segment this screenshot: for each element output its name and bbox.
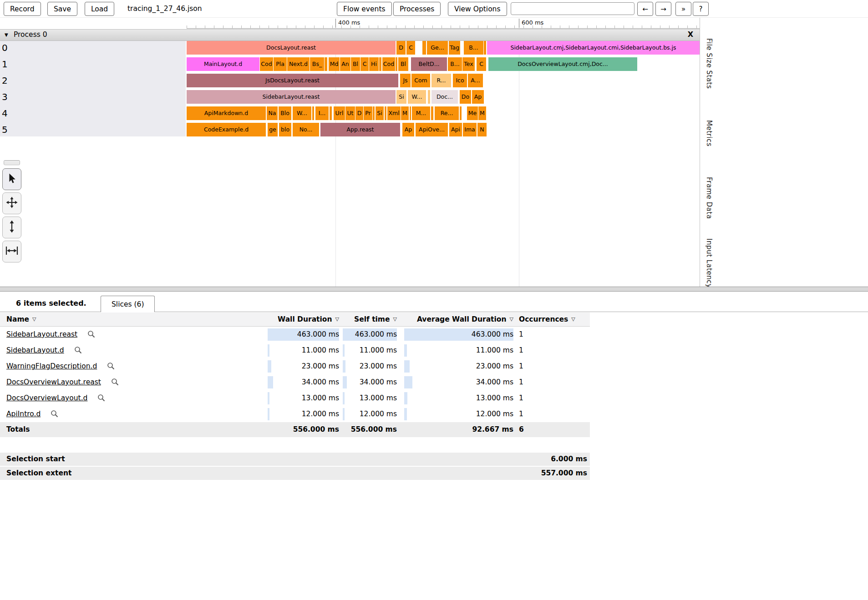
- slice-name-link[interactable]: WarningFlagDescription.d: [6, 362, 97, 370]
- timeline-ruler[interactable]: 400 ms 600 ms: [187, 18, 700, 29]
- flame-slice[interactable]: C: [477, 57, 486, 71]
- slice-name-link[interactable]: SidebarLayout.reast: [6, 330, 77, 338]
- flame-slice[interactable]: W...: [293, 106, 311, 120]
- flame-slice[interactable]: CodeExample.d: [187, 123, 266, 136]
- help-button[interactable]: ?: [693, 2, 709, 16]
- flame-slice[interactable]: Ap: [402, 123, 414, 136]
- magnifier-icon[interactable]: [111, 376, 119, 392]
- flame-slice[interactable]: Tag: [449, 41, 460, 55]
- sort-icon[interactable]: ▽: [32, 316, 36, 322]
- nav-back-button[interactable]: ←: [637, 2, 653, 16]
- flame-slice[interactable]: ApiMarkdown.d: [187, 106, 266, 120]
- flame-slice[interactable]: C: [360, 57, 369, 71]
- flame-slice[interactable]: An: [340, 57, 350, 71]
- tab-slices[interactable]: Slices (6): [101, 296, 155, 312]
- flame-slice[interactable]: BeltD...: [411, 57, 447, 71]
- flame-slice[interactable]: A...: [468, 74, 483, 87]
- flame-slice[interactable]: Me: [467, 106, 478, 120]
- tab-frame-data[interactable]: Frame Data: [701, 177, 713, 219]
- search-input[interactable]: [511, 2, 635, 15]
- magnifier-icon[interactable]: [107, 360, 115, 376]
- flame-slice[interactable]: I...: [315, 106, 329, 120]
- flame-slice[interactable]: Ut: [345, 106, 355, 120]
- flame-slice[interactable]: [460, 106, 462, 120]
- overflow-menu-button[interactable]: »: [675, 2, 691, 16]
- flame-slice[interactable]: blo: [279, 123, 291, 136]
- column-header-average-wall-duration[interactable]: Average Wall Duration▽: [404, 313, 513, 326]
- flame-slice[interactable]: Bl: [398, 57, 408, 71]
- sort-icon[interactable]: ▽: [571, 316, 575, 322]
- flame-slice[interactable]: Ge...: [427, 41, 448, 55]
- flame-slice[interactable]: Bl: [351, 57, 360, 71]
- flame-slice[interactable]: R...: [431, 74, 451, 87]
- flame-slice[interactable]: SidebarLayout.cmj,SidebarLayout.cmi,Side…: [487, 41, 700, 55]
- flame-slice[interactable]: Ico: [453, 74, 467, 87]
- flame-slice[interactable]: ge: [268, 123, 278, 136]
- save-button[interactable]: Save: [47, 2, 77, 16]
- palette-drag-handle[interactable]: [4, 160, 20, 165]
- column-header-occurrences[interactable]: Occurrences▽: [519, 313, 587, 326]
- flame-slice[interactable]: M...: [412, 106, 430, 120]
- flame-slice[interactable]: Blo: [279, 106, 291, 120]
- flame-slice[interactable]: MainLayout.d: [187, 57, 259, 71]
- flame-slice[interactable]: Cod: [260, 57, 273, 71]
- flame-slice[interactable]: [312, 106, 314, 120]
- tab-metrics[interactable]: Metrics: [701, 120, 713, 146]
- flame-slice[interactable]: Na: [267, 106, 278, 120]
- flame-slice[interactable]: [385, 106, 386, 120]
- slice-name-link[interactable]: SidebarLayout.d: [6, 346, 64, 354]
- flame-slice[interactable]: No...: [293, 123, 319, 136]
- column-header-name[interactable]: Name▽: [6, 313, 36, 326]
- record-button[interactable]: Record: [4, 2, 41, 16]
- magnifier-icon[interactable]: [51, 408, 58, 424]
- magnifier-icon[interactable]: [87, 328, 95, 344]
- flame-slice[interactable]: C: [406, 41, 415, 55]
- flame-slice[interactable]: Hi: [369, 57, 379, 71]
- flame-slice[interactable]: [373, 106, 375, 120]
- sort-icon[interactable]: ▽: [510, 316, 513, 322]
- flame-slice[interactable]: [410, 106, 411, 120]
- column-header-self-time[interactable]: Self time▽: [343, 313, 397, 326]
- flame-slice[interactable]: SidebarLayout.reast: [187, 90, 396, 104]
- flame-slice[interactable]: Com: [411, 74, 430, 87]
- zoom-tool-button[interactable]: [2, 217, 21, 238]
- flame-slice[interactable]: Pr: [364, 106, 372, 120]
- flame-slice[interactable]: M: [478, 106, 486, 120]
- flame-slice[interactable]: Doc...: [431, 90, 458, 104]
- flame-slice[interactable]: [428, 90, 430, 104]
- flame-slice[interactable]: Bs_: [310, 57, 324, 71]
- flame-slice[interactable]: M: [401, 106, 409, 120]
- flame-slice[interactable]: Pla: [274, 57, 287, 71]
- pan-tool-button[interactable]: [2, 192, 21, 214]
- collapse-arrow-icon[interactable]: ▼: [5, 32, 8, 37]
- flame-slice[interactable]: DocsLayout.reast: [187, 41, 396, 55]
- flame-slice[interactable]: Url: [334, 106, 345, 120]
- flame-slice[interactable]: [330, 106, 332, 120]
- flame-slice[interactable]: Tex: [462, 57, 475, 71]
- flame-slice[interactable]: [325, 57, 327, 71]
- flame-slice[interactable]: [379, 57, 381, 71]
- nav-forward-button[interactable]: →: [655, 2, 671, 16]
- slice-name-link[interactable]: DocsOverviewLayout.reast: [6, 378, 101, 386]
- view-options-button[interactable]: View Options: [448, 2, 507, 16]
- sort-icon[interactable]: ▽: [393, 316, 397, 322]
- flame-slice[interactable]: [484, 41, 486, 55]
- flame-slice[interactable]: [422, 41, 426, 55]
- flame-slice[interactable]: App.reast: [320, 123, 400, 136]
- flame-slice[interactable]: Xml: [387, 106, 401, 120]
- flame-slice[interactable]: [431, 106, 433, 120]
- close-process-button[interactable]: X: [688, 30, 693, 39]
- flame-slice[interactable]: D: [396, 41, 406, 55]
- column-header-wall-duration[interactable]: Wall Duration▽: [268, 313, 339, 326]
- flame-slice[interactable]: DocsOverviewLayout.cmj,Doc...: [488, 57, 637, 71]
- flame-slice[interactable]: Api: [449, 123, 462, 136]
- flame-slice[interactable]: B...: [448, 57, 462, 71]
- flame-slice[interactable]: B...: [464, 41, 483, 55]
- flame-slice[interactable]: Ima: [463, 123, 477, 136]
- flame-slice[interactable]: Ap: [472, 90, 484, 104]
- flame-slice[interactable]: ApiOve...: [416, 123, 448, 136]
- flame-slice[interactable]: N: [477, 123, 487, 136]
- flame-slice[interactable]: [396, 57, 397, 71]
- tab-input-latency[interactable]: Input Latency: [701, 238, 713, 287]
- flame-slice[interactable]: JsDocsLayout.reast: [187, 74, 398, 87]
